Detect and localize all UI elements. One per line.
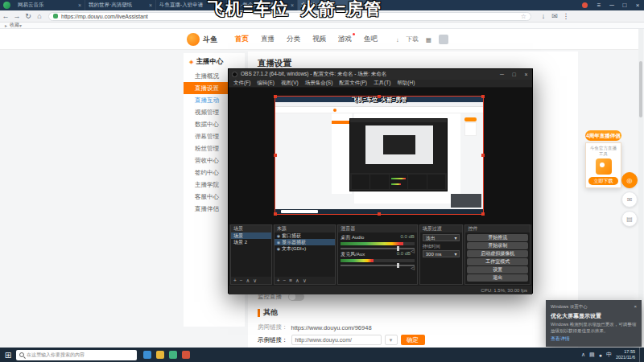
bookmark-star-icon[interactable]: ☆ (521, 13, 526, 20)
douyu-logo-icon[interactable] (187, 33, 200, 46)
app-icon-browser[interactable] (143, 351, 151, 359)
selection-handle[interactable] (274, 154, 277, 157)
back-icon[interactable]: ← (0, 12, 11, 20)
source-down-icon[interactable]: ∨ (303, 278, 307, 284)
extension-icon[interactable] (582, 2, 588, 8)
source-properties-icon[interactable]: ≡ (289, 278, 292, 283)
visibility-eye-icon[interactable]: ◉ (277, 245, 280, 252)
obs-menu-profile[interactable]: 配置文件(P) (339, 80, 367, 87)
window-minimize-button[interactable]: ─ (605, 0, 618, 10)
remove-scene-icon[interactable]: − (240, 278, 243, 283)
exit-button[interactable]: 退出 (467, 274, 528, 282)
selection-handle[interactable] (378, 95, 381, 98)
obs-title-bar[interactable]: OBS 27.1.2 (64-bit, windows) - 配置文件: 未命名… (229, 69, 532, 80)
obs-menu-help[interactable]: 帮助(H) (397, 80, 415, 87)
avatar[interactable] (439, 35, 448, 44)
download-icon[interactable]: ↓ (396, 36, 399, 43)
selection-handle[interactable] (274, 95, 277, 98)
refresh-icon[interactable]: ↻ (23, 12, 34, 20)
obs-minimize-button[interactable]: ─ (496, 69, 508, 80)
window-close-button[interactable]: × (631, 0, 644, 10)
source-up-icon[interactable]: ∧ (295, 278, 299, 284)
obs-maximize-button[interactable]: □ (508, 69, 520, 80)
ime-indicator[interactable]: 中 (606, 351, 612, 359)
nav-item-live[interactable]: 直播 (261, 35, 275, 44)
add-scene-icon[interactable]: + (233, 278, 237, 283)
start-streaming-button[interactable]: 开始推流 (467, 234, 528, 241)
browser-menu-icon[interactable]: ≡ (592, 0, 605, 10)
downloads-icon[interactable]: ↓ (538, 12, 549, 20)
nav-item-home[interactable]: 首页 (235, 35, 249, 44)
remove-source-icon[interactable]: − (283, 278, 287, 283)
scene-up-icon[interactable]: ∧ (246, 278, 250, 284)
show-desktop-button[interactable] (639, 348, 642, 362)
visibility-eye-icon[interactable]: ◉ (277, 239, 280, 245)
selection-handle[interactable] (481, 95, 485, 98)
example-link-dropdown[interactable]: ▾ (385, 335, 398, 345)
start-recording-button[interactable]: 开始录制 (467, 242, 528, 249)
source-item[interactable]: ◉显示器捕获 (275, 239, 336, 245)
duration-spinner[interactable]: 300 ms▾ (423, 250, 460, 257)
tab-close-icon[interactable]: × (78, 2, 81, 8)
mail-icon[interactable]: ✉ (549, 12, 560, 20)
scene-down-icon[interactable]: ∨ (253, 278, 257, 284)
promo-header[interactable]: 4周年直播伴侣× (585, 130, 621, 141)
visibility-eye-icon[interactable]: ◉ (277, 232, 280, 239)
feedback-float-button[interactable]: ✉ (621, 191, 638, 208)
more-menu-icon[interactable]: ⋮ (560, 12, 572, 20)
nav-item-video[interactable]: 视频 (312, 35, 326, 44)
taskbar-search[interactable]: 在这里输入你要搜索的内容 (16, 350, 137, 360)
room-link-value[interactable]: https://www.douyu.com/96948 (291, 324, 372, 331)
spinner-arrows-icon[interactable]: ▾ (454, 251, 456, 257)
tab-close-icon[interactable]: × (149, 2, 152, 8)
network-icon[interactable]: ▤ (589, 352, 595, 358)
app-icon-explorer[interactable] (156, 351, 164, 359)
camera-float-button[interactable]: ◎ (621, 172, 638, 188)
windows-notification[interactable]: Windows 设置中心× 优化大屏幕显示设置 Windows 检测到显示缩放已… (546, 300, 642, 347)
selection-handle[interactable] (481, 154, 485, 157)
download-label[interactable]: 下载 (407, 35, 419, 43)
virtual-camera-button[interactable]: 启动虚拟摄像机 (467, 250, 528, 257)
obs-menu-edit[interactable]: 编辑(E) (257, 80, 275, 87)
browser-tab[interactable]: 网易云音乐× (14, 0, 85, 10)
transition-select[interactable]: 淡出▾ (423, 234, 460, 241)
confirm-button[interactable]: 确定 (401, 335, 425, 345)
window-maximize-button[interactable]: □ (618, 0, 631, 10)
selection-handle[interactable] (481, 212, 485, 216)
obs-menu-file[interactable]: 文件(F) (233, 80, 250, 87)
obs-close-button[interactable]: × (520, 69, 532, 80)
volume-slider[interactable]: ◁ (341, 248, 414, 249)
obs-menu-view[interactable]: 视图(V) (281, 80, 299, 87)
volume-icon[interactable]: ● (599, 352, 602, 358)
scene-item[interactable]: 场景 2 (231, 239, 271, 245)
home-icon[interactable]: ⌂ (34, 12, 45, 20)
example-link-input[interactable]: http://www.douyu.com/ (291, 335, 382, 345)
browser-tab[interactable]: 我的世界·高清壁纸× (85, 0, 156, 10)
obs-menu-tools[interactable]: 工具(T) (374, 80, 390, 87)
settings-button[interactable]: 设置 (467, 266, 528, 274)
bookmarks-label[interactable]: 收藏 (10, 22, 19, 29)
scene-item[interactable]: 场景 (231, 232, 271, 239)
tray-expand-icon[interactable]: ∧ (581, 352, 585, 358)
promo-close-icon[interactable]: × (617, 130, 620, 141)
speaker-icon[interactable]: ◁ (411, 248, 415, 253)
nav-item-yuba[interactable]: 鱼吧 (364, 35, 378, 44)
obs-preview-source[interactable]: 飞机=车位 火箭=房管 (275, 97, 483, 214)
add-source-icon[interactable]: + (277, 278, 280, 283)
selection-handle[interactable] (274, 212, 277, 216)
app-icon-chat[interactable] (169, 351, 177, 359)
slider-knob[interactable] (397, 263, 399, 268)
apps-grid-icon[interactable]: ▦ (426, 36, 431, 43)
nav-item-game[interactable]: 游戏 (338, 35, 352, 44)
scrollbar-thumb[interactable] (639, 61, 642, 117)
promo-download-button[interactable]: 立即下载 (588, 177, 618, 185)
volume-slider[interactable]: ◁ (341, 265, 414, 266)
selection-handle[interactable] (378, 212, 381, 216)
nav-item-category[interactable]: 分类 (287, 35, 300, 44)
source-item[interactable]: ◉文本(GDI+) (275, 245, 336, 252)
forward-icon[interactable]: → (11, 12, 23, 20)
start-button[interactable]: ⊞ (0, 351, 16, 360)
panel-float-button[interactable]: ▤ (621, 211, 638, 227)
speaker-icon[interactable]: ◁ (411, 265, 415, 270)
obs-menu-scene-collection[interactable]: 场景集合(S) (305, 80, 333, 87)
